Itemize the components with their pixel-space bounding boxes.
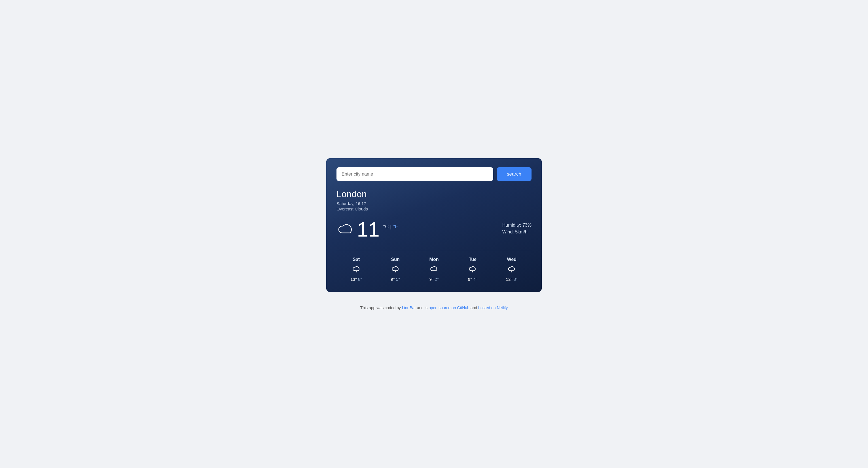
forecast-day-name-3: Tue xyxy=(469,257,476,262)
forecast-cloud-4 xyxy=(506,265,517,274)
forecast-day-4: Wed 12° 8° xyxy=(506,257,518,282)
forecast-day-1: Sun 9° 5° xyxy=(390,257,401,282)
footer-text-middle: and is xyxy=(417,305,429,310)
footer-text-before: This app was coded by xyxy=(360,305,402,310)
svg-point-3 xyxy=(512,271,512,272)
forecast-temps-0: 13° 8° xyxy=(350,277,362,282)
wind-detail: Wind: 5km/h xyxy=(502,230,531,235)
forecast-day-name-0: Sat xyxy=(353,257,360,262)
forecast-temps-1: 9° 5° xyxy=(391,277,400,282)
forecast-cloud-2 xyxy=(429,265,439,274)
search-input[interactable] xyxy=(337,167,493,181)
forecast-cloud-3 xyxy=(467,265,478,274)
forecast-day-name-1: Sun xyxy=(391,257,400,262)
date-time: Saturday, 16:17 xyxy=(337,201,531,206)
forecast-temps-4: 12° 8° xyxy=(506,277,518,282)
temp-section: 11 °C | °F xyxy=(337,219,398,240)
footer-text-after: and xyxy=(469,305,478,310)
forecast-temps-2: 9° 2° xyxy=(430,277,439,282)
condition-text: Overcast Clouds xyxy=(337,206,531,211)
forecast-day-name-2: Mon xyxy=(430,257,439,262)
svg-point-1 xyxy=(395,271,396,272)
cloud-icon-large xyxy=(337,222,354,237)
current-weather: 11 °C | °F Humidity: 73% Wind: 5km/h xyxy=(337,219,531,240)
forecast-cloud-0 xyxy=(351,265,362,274)
search-bar: search xyxy=(337,167,531,181)
weather-card: search London Saturday, 16:17 Overcast C… xyxy=(326,158,542,292)
city-name: London xyxy=(337,189,531,199)
temperature-value: 11 xyxy=(357,219,379,240)
humidity-detail: Humidity: 73% xyxy=(502,223,531,228)
forecast-day-name-4: Wed xyxy=(507,257,516,262)
forecast-day-0: Sat 13° 8° xyxy=(350,257,362,282)
netlify-link[interactable]: hosted on Netlify xyxy=(478,305,508,310)
fahrenheit-link[interactable]: °F xyxy=(393,224,398,230)
github-link[interactable]: open source on GitHub xyxy=(429,305,469,310)
forecast-cloud-1 xyxy=(390,265,401,274)
forecast-row: Sat 13° 8° Sun 9° 5° Mon xyxy=(337,250,531,282)
forecast-day-3: Tue 9° 4° xyxy=(467,257,478,282)
svg-point-2 xyxy=(472,271,473,272)
forecast-temps-3: 9° 4° xyxy=(468,277,477,282)
unit-toggle: °C | °F xyxy=(383,224,398,230)
forecast-day-2: Mon 9° 2° xyxy=(429,257,439,282)
footer: This app was coded by Lior Bar and is op… xyxy=(360,305,508,310)
svg-point-0 xyxy=(356,271,356,272)
weather-details: Humidity: 73% Wind: 5km/h xyxy=(502,223,531,236)
search-button[interactable]: search xyxy=(497,167,531,181)
author-link[interactable]: Lior Bar xyxy=(402,305,417,310)
